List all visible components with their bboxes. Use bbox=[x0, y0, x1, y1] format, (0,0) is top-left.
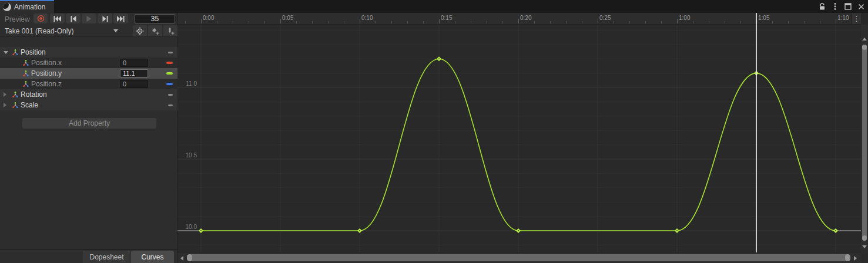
ruler-minor-tick bbox=[566, 21, 567, 23]
record-icon bbox=[37, 15, 45, 22]
transform-icon bbox=[12, 102, 19, 109]
prop-row-position-y[interactable]: Position.y11.1 bbox=[0, 68, 177, 79]
current-frame-field[interactable]: 35 bbox=[135, 14, 175, 23]
ruler-major-tick bbox=[836, 19, 836, 23]
ruler-minor-tick bbox=[740, 21, 741, 23]
tab-animation[interactable]: Animation bbox=[0, 0, 54, 13]
prop-value-field[interactable]: 0 bbox=[120, 59, 148, 67]
kebab-menu-icon: ⋮ bbox=[853, 15, 860, 22]
horizontal-scrollbar[interactable] bbox=[177, 253, 861, 263]
curve-editor[interactable]: 11.010.510.0 bbox=[177, 25, 861, 252]
record-button[interactable] bbox=[33, 14, 48, 23]
scrollbar-bottom-handle[interactable] bbox=[862, 235, 867, 241]
tab-curves[interactable]: Curves bbox=[131, 251, 174, 263]
ruler-time-label: 0:20 bbox=[520, 15, 531, 21]
scrollbar-max-handle[interactable] bbox=[845, 254, 850, 261]
property-list-panel: Position Position.x0 Position.y11.1 Posi… bbox=[0, 37, 177, 249]
curve-color-pill bbox=[166, 72, 173, 75]
svg-text:10.0: 10.0 bbox=[186, 224, 197, 230]
ruler-major-tick bbox=[677, 19, 678, 23]
ruler-minor-tick bbox=[534, 21, 535, 23]
unlock-icon[interactable] bbox=[817, 2, 827, 11]
maximize-icon[interactable] bbox=[843, 2, 853, 11]
clip-name: Take 001 (Read-Only) bbox=[5, 27, 73, 35]
ruler-minor-tick bbox=[820, 21, 820, 23]
play-icon bbox=[86, 16, 92, 22]
prop-label: Position bbox=[21, 48, 46, 56]
ruler-time-label: 1:00 bbox=[679, 15, 690, 21]
transform-icon bbox=[22, 70, 29, 77]
ruler-minor-tick bbox=[455, 21, 455, 23]
prop-row-scale[interactable]: Scale bbox=[0, 100, 177, 110]
transform-icon bbox=[12, 49, 19, 56]
preview-toggle[interactable]: Preview bbox=[5, 15, 30, 23]
next-frame-button[interactable] bbox=[98, 14, 112, 23]
ruler-minor-tick bbox=[725, 21, 725, 23]
ruler-minor-tick bbox=[264, 21, 265, 23]
svg-text:10.5: 10.5 bbox=[186, 152, 197, 159]
prop-row-position[interactable]: Position bbox=[0, 47, 177, 58]
scroll-right-icon[interactable] bbox=[854, 256, 857, 261]
ruler-time-label: 0:15 bbox=[441, 15, 452, 21]
prop-value-field[interactable]: 11.1 bbox=[120, 69, 148, 77]
play-button[interactable] bbox=[82, 14, 96, 23]
add-property-button[interactable]: Add Property bbox=[22, 118, 156, 129]
next-frame-icon bbox=[102, 16, 108, 22]
curve-canvas[interactable]: 11.010.510.0 bbox=[177, 25, 861, 252]
ruler-minor-tick bbox=[788, 21, 789, 23]
prop-label: Rotation bbox=[21, 90, 47, 99]
prop-row-rotation[interactable]: Rotation bbox=[0, 89, 177, 100]
unity-animation-window: Animation Preview bbox=[0, 0, 868, 263]
caret-collapsed-icon[interactable] bbox=[4, 92, 6, 97]
ruler-minor-tick bbox=[249, 21, 249, 23]
prop-value-field[interactable]: 0 bbox=[120, 80, 148, 88]
transform-icon bbox=[22, 80, 29, 87]
ruler-minor-tick bbox=[693, 21, 693, 23]
add-event-button[interactable] bbox=[163, 25, 177, 36]
ruler-major-tick bbox=[518, 19, 519, 23]
add-event-icon bbox=[166, 27, 175, 35]
playhead-line[interactable] bbox=[756, 13, 757, 252]
timeline-ruler[interactable]: 0:000:050:100:150:200:251:001:051:10 bbox=[177, 13, 861, 25]
window-titlebar: Animation bbox=[0, 0, 868, 13]
scroll-up-icon[interactable] bbox=[862, 38, 867, 41]
caret-collapsed-icon[interactable] bbox=[4, 103, 6, 107]
clip-selector-dropdown[interactable]: Take 001 (Read-Only) bbox=[0, 25, 123, 37]
scrollbar-top-handle[interactable] bbox=[862, 45, 867, 50]
ruler-minor-tick bbox=[233, 21, 233, 23]
ruler-minor-tick bbox=[709, 21, 709, 23]
prop-label: Scale bbox=[21, 101, 38, 109]
previous-frame-button[interactable] bbox=[66, 14, 81, 23]
scrollbar-min-handle[interactable] bbox=[187, 254, 192, 261]
window-controls bbox=[817, 0, 866, 13]
keyframe-crosshair-icon bbox=[136, 27, 144, 35]
close-icon[interactable] bbox=[856, 2, 866, 11]
ruler-major-tick bbox=[439, 19, 440, 23]
go-to-start-button[interactable] bbox=[50, 14, 65, 23]
ruler-minor-tick bbox=[614, 21, 614, 23]
ruler-time-label: 0:05 bbox=[282, 15, 293, 21]
prop-row-position-z[interactable]: Position.z0 bbox=[0, 79, 177, 89]
scrollbar-corner bbox=[861, 253, 868, 263]
transform-icon bbox=[22, 59, 29, 66]
prop-row-position-x[interactable]: Position.x0 bbox=[0, 58, 177, 68]
svg-text:11.0: 11.0 bbox=[186, 80, 197, 87]
tab-dopesheet[interactable]: Dopesheet bbox=[83, 251, 130, 263]
curve-editor-menu-button[interactable]: ⋮ bbox=[852, 14, 861, 24]
scroll-left-icon[interactable] bbox=[180, 256, 183, 261]
horizontal-scrollbar-thumb[interactable] bbox=[187, 254, 850, 261]
keyframe-indicator-button[interactable] bbox=[133, 25, 147, 36]
prop-label: Position.z bbox=[31, 80, 62, 88]
scroll-down-icon[interactable] bbox=[862, 245, 867, 248]
ruler-minor-tick bbox=[550, 21, 551, 23]
go-to-end-button[interactable] bbox=[113, 14, 128, 23]
group-dash-indicator bbox=[168, 52, 173, 53]
ruler-time-label: 0:25 bbox=[599, 15, 611, 21]
window-menu-kebab-icon[interactable] bbox=[830, 2, 840, 11]
ruler-time-label: 0:10 bbox=[361, 15, 373, 21]
add-keyframe-button[interactable] bbox=[148, 25, 162, 36]
caret-expanded-icon[interactable] bbox=[4, 51, 8, 54]
vertical-scrollbar[interactable] bbox=[861, 25, 868, 253]
ruler-minor-tick bbox=[582, 21, 582, 23]
vertical-scrollbar-thumb[interactable] bbox=[862, 45, 867, 241]
